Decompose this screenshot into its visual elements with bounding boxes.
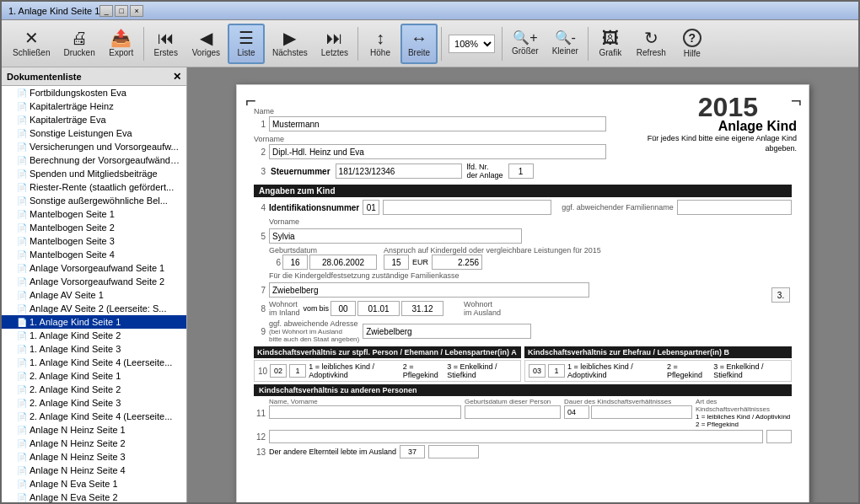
zoom-select[interactable]: 108% 75% 100% 125% 150% (449, 35, 495, 53)
sidebar-item-3[interactable]: 📄Sonstige Leistungen Eva (2, 126, 186, 140)
sidebar-item-text-1: Kapitalerträge Heinz (30, 101, 114, 111)
title-bar: 1. Anlage Kind Seite 1 _ □ × (2, 2, 858, 20)
row-5-vorname: Vorname (254, 217, 792, 226)
kindschaft-a-opt1: 1 = leibliches Kind / Adoptivkind (309, 362, 400, 379)
row-11-dauer-field[interactable] (591, 405, 692, 419)
row-10-kindschaft: 10 1 = leibliches Kind / Adoptivkind 2 =… (254, 360, 792, 382)
sidebar-item-29[interactable]: 📄Anlage N Eva Seite 1 (2, 477, 186, 491)
vorname-field[interactable] (269, 228, 522, 244)
sidebar-item-9[interactable]: 📄Mantelbogen Seite 1 (2, 207, 186, 221)
company-field[interactable] (269, 144, 606, 159)
sidebar-item-14[interactable]: 📄Anlage Vorsorgeaufwand Seite 2 (2, 275, 186, 288)
naechstes-icon: ▶ (283, 29, 296, 46)
export-button[interactable]: 📤 Export (103, 24, 140, 64)
sidebar-item-16[interactable]: 📄Anlage AV Seite 2 (Leerseite: S... (2, 302, 186, 315)
sidebar-item-icon-30: 📄 (17, 493, 27, 502)
kindschaft-b-num1[interactable] (529, 364, 546, 378)
row-7-familienkasse: 7 (254, 282, 792, 298)
maximize-button[interactable]: □ (115, 5, 128, 17)
row-11-dauer-num[interactable] (564, 405, 589, 419)
letztes-button[interactable]: ⏭ Letztes (315, 24, 354, 64)
zoom-control[interactable]: 108% 75% 100% 125% 150% (449, 24, 495, 64)
close-button[interactable]: × (130, 5, 143, 17)
sidebar-item-26[interactable]: 📄Anlage N Heinz Seite 2 (2, 437, 186, 450)
sidebar-item-17[interactable]: 📄1. Anlage Kind Seite 1 (2, 315, 186, 329)
sidebar-item-21[interactable]: 📄2. Anlage Kind Seite 1 (2, 369, 186, 383)
voriges-button[interactable]: ◀ Voriges (186, 24, 226, 64)
sidebar-item-10[interactable]: 📄Mantelbogen Seite 2 (2, 221, 186, 234)
wohnort-00-field[interactable] (331, 301, 356, 316)
sidebar-item-28[interactable]: 📄Anlage N Heinz Seite 4 (2, 464, 186, 477)
sidebar-item-text-12: Mantelbogen Seite 4 (30, 249, 115, 260)
steuernummer-field[interactable] (336, 164, 462, 179)
sidebar-item-12[interactable]: 📄Mantelbogen Seite 4 (2, 248, 186, 261)
sidebar-item-8[interactable]: 📄Sonstige außergewöhnliche Bel... (2, 194, 186, 207)
row-13-field[interactable] (400, 445, 425, 458)
schliessen-button[interactable]: ✕ Schließen (7, 24, 56, 64)
sidebar-item-25[interactable]: 📄Anlage N Heinz Seite 1 (2, 423, 186, 437)
sidebar-item-1[interactable]: 📄Kapitalerträge Heinz (2, 99, 186, 113)
sidebar-item-23[interactable]: 📄2. Anlage Kind Seite 3 (2, 396, 186, 410)
vorname-label: Vorname (269, 217, 299, 226)
naechstes-button[interactable]: ▶ Nächstes (266, 24, 314, 64)
ggf-familienname-field[interactable] (677, 200, 792, 215)
sidebar-item-7[interactable]: 📄Riester-Rente (staatlich gefördert... (2, 180, 186, 194)
sidebar-item-6[interactable]: 📄Spenden und Mitgliedsbeiträge (2, 167, 186, 180)
kindschaft-a-num2[interactable] (289, 364, 306, 378)
name-field[interactable] (269, 116, 606, 131)
sidebar-item-27[interactable]: 📄Anlage N Heinz Seite 3 (2, 450, 186, 464)
abweichende-adresse-field[interactable] (363, 324, 531, 339)
row-11-name-field[interactable] (269, 405, 461, 419)
identif-num-field[interactable] (363, 200, 379, 215)
sidebar-item-13[interactable]: 📄Anlage Vorsorgeaufwand Seite 1 (2, 261, 186, 275)
content-area[interactable]: ⌐ ⌐ 2015 Anlage Kind Für jedes Kind bitt… (187, 67, 858, 502)
lfd-nr-field[interactable] (508, 164, 534, 179)
sidebar-item-4[interactable]: 📄Versicherungen und Vorsorgeaufw... (2, 140, 186, 153)
sidebar-item-icon-14: 📄 (17, 277, 27, 287)
identif-field[interactable] (383, 200, 551, 215)
row-4-num: 4 (254, 203, 266, 212)
minimize-button[interactable]: _ (99, 5, 113, 17)
row-12-num-field[interactable] (766, 430, 792, 443)
row-13-end-field[interactable] (428, 445, 479, 458)
sidebar-item-19[interactable]: 📄1. Anlage Kind Seite 3 (2, 342, 186, 356)
refresh-button[interactable]: ↻ Refresh (631, 24, 672, 64)
sidebar-close-button[interactable]: ✕ (173, 71, 181, 83)
liste-button[interactable]: ☰ Liste (228, 24, 265, 64)
drucken-button[interactable]: 🖨 Drucken (57, 24, 100, 64)
kindergeld-betrag-field[interactable] (432, 255, 482, 270)
sidebar-item-22[interactable]: 📄2. Anlage Kind Seite 2 (2, 383, 186, 396)
row-13-text: Der andere Elternteil lebte im Ausland (269, 448, 396, 456)
sidebar-item-20[interactable]: 📄1. Anlage Kind Seite 4 (Leerseite... (2, 356, 186, 369)
sidebar-list[interactable]: 📄Fortbildungskosten Eva📄Kapitalerträge H… (2, 86, 186, 502)
row-11-geburt-field[interactable] (465, 405, 561, 419)
sidebar-item-0[interactable]: 📄Fortbildungskosten Eva (2, 86, 186, 99)
groesser-button[interactable]: 🔍+ Größer (506, 24, 545, 64)
familienkasse-field[interactable] (269, 282, 589, 298)
sidebar-item-2[interactable]: 📄Kapitalerträge Eva (2, 113, 186, 126)
sidebar-item-icon-7: 📄 (17, 183, 27, 192)
sidebar-item-18[interactable]: 📄1. Anlage Kind Seite 2 (2, 329, 186, 342)
sidebar-item-30[interactable]: 📄Anlage N Eva Seite 2 (2, 491, 186, 502)
sidebar-item-5[interactable]: 📄Berechnung der Vorsorgeaufwände... (2, 153, 186, 167)
kleiner-button[interactable]: 🔍- Kleiner (546, 24, 584, 64)
hoehe-button[interactable]: ↕ Höhe (362, 24, 399, 64)
erstes-button[interactable]: ⏮ Erstes (148, 24, 185, 64)
sidebar-item-24[interactable]: 📄2. Anlage Kind Seite 4 (Leerseite... (2, 410, 186, 423)
sidebar-item-11[interactable]: 📄Mantelbogen Seite 3 (2, 234, 186, 248)
col2-label: Geburtsdatum dieser Person (465, 398, 561, 405)
kindschaft-a-num1[interactable] (270, 364, 287, 378)
wohnort-bis-field[interactable] (401, 301, 443, 316)
geburt-datum-field[interactable] (309, 255, 377, 270)
breite-button[interactable]: ↔ Breite (400, 24, 438, 64)
wohnort-von-field[interactable] (357, 301, 400, 316)
geburt-tag-field[interactable] (282, 255, 308, 270)
kindergeld-months-field[interactable] (384, 255, 409, 270)
sidebar-item-15[interactable]: 📄Anlage AV Seite 1 (2, 288, 186, 302)
kindschaft-b-num2[interactable] (548, 364, 565, 378)
hilfe-button[interactable]: ? Hilfe (674, 24, 711, 64)
separator-4 (502, 27, 503, 61)
row-12-field[interactable] (269, 430, 763, 443)
grafik-button[interactable]: 🖼 Grafik (592, 24, 629, 64)
sidebar-item-icon-10: 📄 (17, 223, 27, 233)
